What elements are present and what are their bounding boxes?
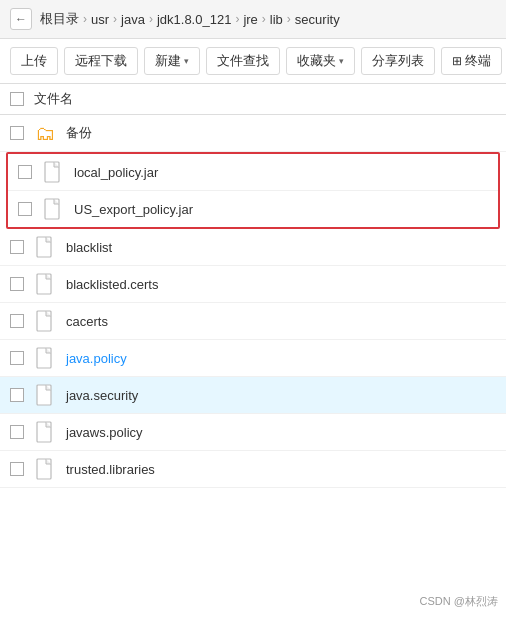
file-checkbox[interactable] xyxy=(18,165,32,179)
breadcrumb-bar: ← 根目录 › usr › java › jdk1.8.0_121 › jre … xyxy=(0,0,506,39)
share-list-button[interactable]: 分享列表 xyxy=(361,47,435,75)
folder-icon: 🗂 xyxy=(34,122,56,144)
list-item[interactable]: java.security xyxy=(0,377,506,414)
new-dropdown-arrow: ▾ xyxy=(184,56,189,66)
file-icon xyxy=(34,236,56,258)
toolbar: 上传 远程下载 新建 ▾ 文件查找 收藏夹 ▾ 分享列表 ⊞ 终端 xyxy=(0,39,506,84)
breadcrumb-jre[interactable]: jre xyxy=(243,12,257,27)
breadcrumb-sep-4: › xyxy=(262,12,266,26)
file-checkbox[interactable] xyxy=(10,425,24,439)
terminal-button[interactable]: ⊞ 终端 xyxy=(441,47,502,75)
terminal-icon: ⊞ xyxy=(452,54,462,68)
file-name: javaws.policy xyxy=(66,425,496,440)
file-icon xyxy=(42,161,64,183)
file-icon xyxy=(34,458,56,480)
file-checkbox[interactable] xyxy=(10,240,24,254)
list-item[interactable]: java.policy xyxy=(0,340,506,377)
breadcrumb-sep-3: › xyxy=(235,12,239,26)
file-checkbox[interactable] xyxy=(10,314,24,328)
file-checkbox[interactable] xyxy=(18,202,32,216)
file-checkbox[interactable] xyxy=(10,388,24,402)
file-icon xyxy=(34,421,56,443)
breadcrumb-security[interactable]: security xyxy=(295,12,340,27)
file-name: java.policy xyxy=(66,351,496,366)
file-name: US_export_policy.jar xyxy=(74,202,488,217)
select-all-checkbox[interactable] xyxy=(10,92,24,106)
file-icon xyxy=(34,273,56,295)
upload-button[interactable]: 上传 xyxy=(10,47,58,75)
breadcrumb-sep-1: › xyxy=(113,12,117,26)
file-name: 备份 xyxy=(66,124,496,142)
breadcrumb-lib[interactable]: lib xyxy=(270,12,283,27)
file-list: 🗂 备份 替换2个 local_policy.jar xyxy=(0,115,506,488)
back-button[interactable]: ← xyxy=(10,8,32,30)
file-icon xyxy=(34,347,56,369)
breadcrumb-root[interactable]: 根目录 xyxy=(40,10,79,28)
file-name: cacerts xyxy=(66,314,496,329)
file-name: local_policy.jar xyxy=(74,165,488,180)
list-item[interactable]: cacerts xyxy=(0,303,506,340)
breadcrumb-sep-2: › xyxy=(149,12,153,26)
list-item[interactable]: javaws.policy xyxy=(0,414,506,451)
file-name: java.security xyxy=(66,388,496,403)
remote-download-button[interactable]: 远程下载 xyxy=(64,47,138,75)
file-checkbox[interactable] xyxy=(10,351,24,365)
file-name: blacklist xyxy=(66,240,496,255)
breadcrumb-sep-0: › xyxy=(83,12,87,26)
file-header: 文件名 xyxy=(0,84,506,115)
breadcrumb-sep-5: › xyxy=(287,12,291,26)
breadcrumb-jdk[interactable]: jdk1.8.0_121 xyxy=(157,12,231,27)
watermark: CSDN @林烈涛 xyxy=(420,594,498,609)
file-checkbox[interactable] xyxy=(10,126,24,140)
file-icon xyxy=(42,198,64,220)
breadcrumb-java[interactable]: java xyxy=(121,12,145,27)
file-name-column-header: 文件名 xyxy=(34,90,73,108)
list-item[interactable]: US_export_policy.jar xyxy=(8,191,498,227)
list-item[interactable]: local_policy.jar xyxy=(8,154,498,191)
new-button[interactable]: 新建 ▾ xyxy=(144,47,200,75)
file-name: trusted.libraries xyxy=(66,462,496,477)
file-icon xyxy=(34,384,56,406)
list-item[interactable]: 🗂 备份 xyxy=(0,115,506,152)
list-item[interactable]: blacklist xyxy=(0,229,506,266)
file-icon xyxy=(34,310,56,332)
favorites-dropdown-arrow: ▾ xyxy=(339,56,344,66)
file-checkbox[interactable] xyxy=(10,277,24,291)
file-search-button[interactable]: 文件查找 xyxy=(206,47,280,75)
list-item[interactable]: trusted.libraries xyxy=(0,451,506,488)
file-checkbox[interactable] xyxy=(10,462,24,476)
file-name: blacklisted.certs xyxy=(66,277,496,292)
favorites-button[interactable]: 收藏夹 ▾ xyxy=(286,47,355,75)
highlighted-files-group: 替换2个 local_policy.jar US_export_policy.j… xyxy=(6,152,500,229)
breadcrumb-usr[interactable]: usr xyxy=(91,12,109,27)
list-item[interactable]: blacklisted.certs xyxy=(0,266,506,303)
